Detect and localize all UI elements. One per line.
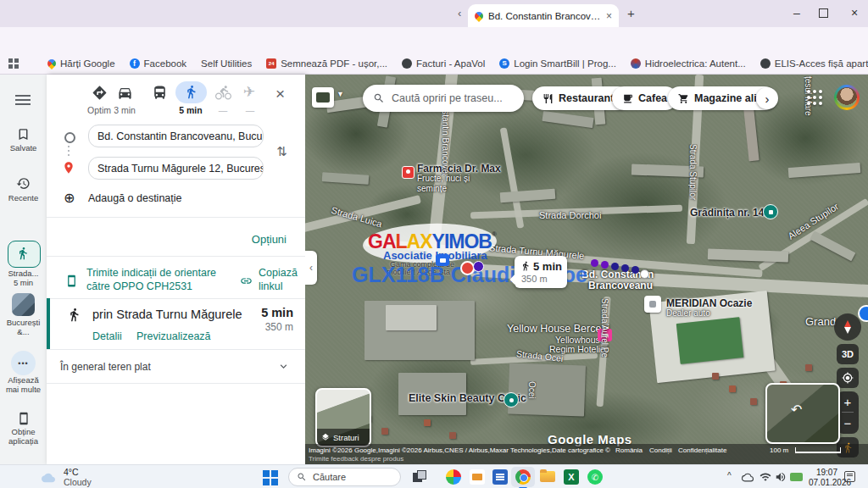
house [449, 432, 456, 439]
destination-input[interactable]: Strada Turnu Măgurele 12, București 077 [88, 157, 264, 180]
browser-tab[interactable]: Bd. Constantin Brancoveanu către × [468, 4, 619, 27]
my-location-button[interactable] [837, 368, 859, 388]
tray-chevron-icon[interactable]: ^ [727, 471, 732, 480]
taskbar-search[interactable]: Căutare [288, 468, 401, 486]
bookmark-self-utilities[interactable]: Self Utilities [201, 58, 252, 69]
onedrive-icon[interactable] [741, 472, 754, 483]
google-apps-grid-icon[interactable] [807, 90, 822, 105]
3d-button[interactable]: 3D [837, 344, 859, 364]
send-to-phone-link[interactable]: Trimite indicații de orientare către OPP… [86, 267, 232, 293]
add-destination-icon[interactable]: ⊕ [64, 190, 75, 206]
weather-condition: Cloudy [64, 478, 92, 488]
rail-trip-sub: 5 min [0, 279, 47, 288]
show-more-icon[interactable]: ••• [11, 351, 36, 375]
battery-icon[interactable] [790, 473, 803, 481]
building [788, 163, 861, 178]
tray-time: 19:07 [816, 468, 837, 477]
dealer-marker[interactable] [644, 296, 661, 313]
tab-scroll-icon[interactable]: ‹ [458, 7, 461, 19]
building [322, 172, 370, 185]
close-directions-icon[interactable]: × [275, 85, 285, 103]
origin-input[interactable]: Bd. Constantin Brancoveanu, București [88, 125, 264, 147]
paint-app-icon[interactable] [446, 469, 461, 485]
attribution-link-terms[interactable]: Condiții [649, 446, 672, 454]
route-card[interactable]: prin Strada Turnu Măgurele 5 min 350 m D… [47, 298, 305, 349]
map-label-meridian[interactable]: MERIDIAN Ocazie [666, 297, 752, 309]
map-type-toggle[interactable] [312, 87, 334, 108]
rail-saved-label[interactable]: Salvate [0, 144, 47, 153]
beauty-marker[interactable] [504, 392, 519, 408]
recents-icon[interactable] [16, 176, 31, 191]
mode-bike-icon[interactable] [215, 85, 231, 101]
mode-best-icon[interactable] [92, 85, 108, 101]
attribution-link-romania[interactable]: România [615, 446, 643, 454]
map-label-fruits[interactable]: Fructe, nuci și semințe [417, 174, 473, 193]
feedback-link[interactable]: Trimite feedback despre produs [309, 455, 403, 463]
building [508, 363, 586, 416]
add-destination-label[interactable]: Adaugă o destinație [88, 192, 182, 204]
search-icon [297, 472, 307, 482]
compass-control[interactable] [834, 313, 861, 341]
mode-walk-selected[interactable] [175, 81, 207, 103]
minimize-button[interactable]: – [784, 6, 810, 19]
restaurant-icon [542, 93, 554, 104]
bookmark-elis[interactable]: ELIS-Acces fișă aparta... [760, 58, 868, 69]
close-button[interactable]: × [842, 6, 867, 19]
bookmark-apavol[interactable]: Facturi - ApaVol [402, 58, 485, 69]
attribution-link-privacy[interactable]: Confidențialitate [678, 446, 726, 454]
get-app-icon[interactable] [17, 412, 31, 425]
bookmark-pdf24[interactable]: 24Semnează PDF - ușor,... [266, 58, 387, 69]
mode-fly-icon[interactable]: ✈ [243, 83, 255, 101]
route-end-marker[interactable] [640, 269, 649, 279]
chevron-down-icon[interactable] [277, 360, 290, 373]
mode-transit-icon[interactable] [152, 85, 168, 101]
copy-link-button[interactable]: Copiază linkul [259, 267, 303, 293]
map-label-pharmacy[interactable]: Farmacia Dr. Max [417, 163, 501, 175]
chrome-active-highlight[interactable] [511, 467, 535, 487]
map-type-caret-icon[interactable]: ▼ [337, 90, 344, 98]
chips-more-icon[interactable]: › [756, 87, 778, 109]
map-canvas[interactable]: Farmacia Dr. Max Fructe, nuci și semințe… [305, 75, 868, 464]
excel-icon[interactable]: X [564, 469, 579, 485]
new-tab-button[interactable]: + [627, 6, 635, 20]
account-avatar[interactable] [834, 85, 860, 110]
route-search-box[interactable]: Caută opriri pe traseu... [363, 85, 524, 112]
mode-drive-icon[interactable] [117, 85, 133, 101]
rail-recents-label[interactable]: Recente [0, 194, 47, 203]
task-view-icon[interactable] [413, 470, 426, 484]
route-details-link[interactable]: Detalii [92, 330, 122, 342]
weather-widget[interactable]: 4°C Cloudy [39, 468, 92, 487]
tab-close-icon[interactable]: × [606, 10, 612, 22]
mail-app-icon[interactable] [470, 469, 485, 485]
rail-active-trip[interactable] [8, 241, 41, 268]
bookmark-smartbill[interactable]: SLogin SmartBill | Prog... [499, 58, 616, 69]
bookmark-maps[interactable]: Hărți Google [47, 58, 115, 69]
clock[interactable]: 19:07 07.01.2026 [809, 468, 837, 487]
swap-icon[interactable]: ⇅ [276, 144, 287, 159]
streetview-thumbnail[interactable]: ↶ [765, 383, 840, 444]
wifi-icon[interactable] [760, 471, 771, 483]
options-link[interactable]: Opțiuni [252, 233, 287, 246]
route-preview-link[interactable]: Previzualizează [136, 330, 211, 342]
volume-icon[interactable] [775, 471, 787, 483]
school-marker[interactable] [763, 204, 778, 219]
whatsapp-icon[interactable]: ✆ [587, 469, 603, 485]
bookmark-facebook[interactable]: fFacebook [130, 58, 187, 69]
bookmark-hidroelectrica[interactable]: Hidroelectrica: Autent... [631, 58, 746, 69]
map-attribution-bar: Imagini ©2026 Google,Imagini ©2026 Airbu… [305, 444, 868, 464]
notification-center-icon[interactable] [844, 471, 855, 482]
menu-icon[interactable] [14, 93, 31, 107]
file-explorer-icon[interactable] [540, 469, 555, 485]
saved-icon[interactable] [16, 127, 31, 141]
layers-button[interactable]: Straturi [315, 388, 371, 447]
map-label-gradinita[interactable]: Grădinița nr. 149 [690, 207, 770, 219]
document-app-icon[interactable] [492, 469, 508, 485]
send-to-phone-icon [65, 274, 78, 287]
maximize-button[interactable] [819, 8, 828, 18]
collapse-panel-tab[interactable]: ‹ [305, 251, 317, 285]
start-button[interactable] [263, 470, 278, 485]
shop-marker[interactable] [402, 166, 415, 179]
route-callout[interactable]: 5 min 350 m [515, 256, 567, 288]
rail-city-thumbnail[interactable] [12, 293, 35, 316]
apps-grid-icon[interactable] [8, 58, 19, 69]
